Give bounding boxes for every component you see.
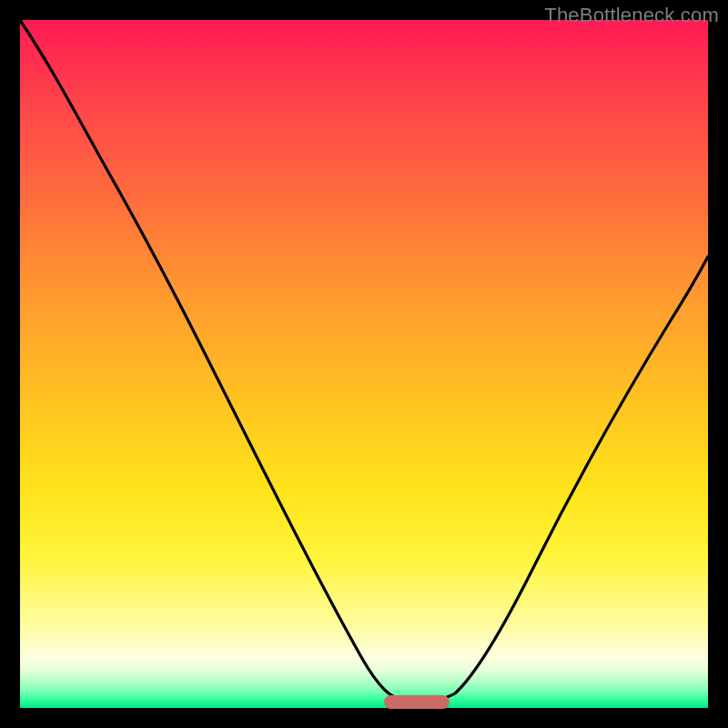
valley-marker <box>384 695 450 709</box>
bottleneck-curve <box>20 20 708 708</box>
plot-area <box>20 20 708 708</box>
watermark-text: TheBottleneck.com <box>544 4 719 27</box>
curve-path <box>20 20 708 701</box>
outer-frame: TheBottleneck.com <box>0 0 728 728</box>
